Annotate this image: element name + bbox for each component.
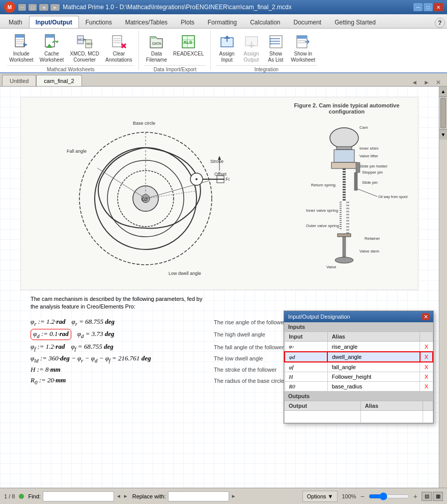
help-button[interactable]: ? [435,18,445,28]
minimize-button[interactable]: ─ [413,3,423,11]
io-delete-col-header [420,332,433,342]
tab-plots[interactable]: Plots [174,16,201,28]
include-worksheet-button[interactable]: IncludeWorksheet [7,33,36,64]
zoom-in-button[interactable]: + [413,492,417,500]
svg-rect-73 [334,150,354,162]
io-input-col-header: Input [285,332,327,342]
view-outline-button[interactable]: ▦ [433,492,443,501]
io-output-alias-col-header: Alias [360,401,423,411]
show-in-worksheet-button[interactable]: Show inWorksheet [289,33,318,64]
io-delete-H[interactable]: X [420,372,433,382]
tab-formatting[interactable]: Formatting [201,16,243,28]
assign-output-button[interactable]: AssignOutput [240,33,263,64]
svg-rect-81 [354,173,357,190]
ribbon-group-mathcad-worksheets-items: IncludeWorksheet CacheWorksheet MCDXMCD … [7,31,134,64]
replace-go-btn[interactable]: ► [231,493,236,499]
close-doc-tab[interactable]: ✕ [434,79,443,86]
scroll-tab-left[interactable]: ◄ [409,79,420,86]
xmcd-converter-label: XMCD, MCDConverter [70,51,99,63]
find-area: Find: ◄ ► [28,491,128,501]
tab-cam-final-2[interactable]: cam_final_2 [36,75,81,86]
svg-rect-1 [15,35,24,38]
data-filename-button[interactable]: DATA DataFilename [144,33,169,64]
scroll-up-arrow[interactable]: ▲ [439,87,447,97]
replace-input[interactable] [168,491,229,501]
io-input-row-phi-r[interactable]: φᵣ rise_angle X [285,342,433,352]
status-right: Options ▼ 100% − + ▤ ▦ [302,491,443,502]
doc-tab-close-area: ◄ ► ✕ [409,79,445,86]
description-text: The cam mechanism is described by the fo… [31,295,204,311]
cache-worksheet-label: CacheWorksheet [40,51,64,63]
io-delete-R0[interactable]: X [420,382,433,391]
next-btn-small[interactable]: ► [50,4,60,11]
readexcel-icon: XLS [180,34,197,50]
tab-calculation[interactable]: Calculation [243,16,287,28]
svg-line-52 [97,168,146,199]
readexcel-button[interactable]: XLS READEXCEL [171,33,206,58]
find-prev-btn[interactable]: ◄ [116,493,121,499]
tab-untitled[interactable]: Untitled [2,75,36,86]
io-inputs-table: Input Alias φᵣ rise_angle X φd [284,331,433,391]
prev-btn-small[interactable]: ◄ [39,4,48,11]
window-title: Mathcad Prime 1.0 - D:\Mathcad\Integrati… [63,4,292,11]
svg-text:Valve stem: Valve stem [359,249,379,254]
vertical-scrollbar[interactable]: ▲ ▼ [439,87,447,488]
scroll-thumb[interactable] [440,98,446,128]
tab-input-output[interactable]: Input/Output [29,16,79,28]
io-output-delete-col-header [423,401,433,411]
io-input-row-phi-d[interactable]: φd dwell_angle X [285,352,433,362]
close-button[interactable]: ✕ [434,3,443,11]
svg-rect-89 [343,237,346,260]
io-input-row-H[interactable]: H Follower_height X [285,372,433,382]
view-normal-button[interactable]: ▤ [422,492,432,501]
ribbon: IncludeWorksheet CacheWorksheet MCDXMCD … [0,29,447,73]
io-input-row-R0[interactable]: R0 base_radius X [285,382,433,391]
clear-annotations-button[interactable]: ClearAnnotations [103,33,134,64]
io-input-alias-phi-f: fall_angle [327,362,420,372]
svg-text:Fall angle: Fall angle [67,149,87,154]
xmcd-converter-button[interactable]: MCDXMCD XMCD, MCDConverter [68,33,101,64]
cache-worksheet-icon [43,34,60,50]
restore-btn-small[interactable]: ◻ [29,4,37,11]
tab-math[interactable]: Math [2,16,29,28]
show-as-list-icon [268,34,284,50]
minimize-btn-small[interactable]: ─ [18,4,26,11]
io-delete-phi-r[interactable]: X [420,342,433,352]
scroll-track[interactable] [439,98,447,128]
io-input-row-phi-f[interactable]: φf fall_angle X [285,362,433,372]
svg-text:Oil way from spool valve: Oil way from spool valve [378,195,408,199]
io-dialog-close-button[interactable]: ✕ [422,313,429,320]
ribbon-tabs: Math Input/Output Functions Matrices/Tab… [0,14,447,29]
cache-worksheet-button[interactable]: CacheWorksheet [38,33,66,64]
io-input-alias-phi-d: dwell_angle [327,352,420,362]
find-next-btn[interactable]: ► [123,493,128,499]
svg-rect-87 [338,234,351,237]
find-label: Find: [28,493,40,499]
svg-rect-75 [331,162,357,169]
options-button[interactable]: Options ▼ [302,491,338,502]
io-delete-phi-d[interactable]: X [420,352,433,362]
zoom-out-button[interactable]: − [360,492,365,500]
show-as-list-label: ShowAs List [268,51,284,63]
tab-getting-started[interactable]: Getting Started [328,16,382,28]
svg-text:XLS: XLS [183,40,192,45]
find-input[interactable] [43,491,114,501]
tab-document[interactable]: Document [287,16,328,28]
io-input-symbol-phi-d: φd [285,352,327,362]
worksheet[interactable]: ω [0,87,439,488]
diagram-area: ω [20,97,418,290]
assign-input-button[interactable]: AssignInput [216,33,238,64]
svg-text:Outer valve spring: Outer valve spring [306,223,339,228]
tab-matrices-tables[interactable]: Matrices/Tables [119,16,174,28]
scroll-down-arrow[interactable]: ▼ [439,129,447,139]
maximize-button[interactable]: □ [424,3,433,11]
ribbon-group-integration-items: AssignInput AssignOutput ShowAs List Sho… [216,31,318,64]
tab-functions[interactable]: Functions [79,16,119,28]
io-delete-phi-f[interactable]: X [420,362,433,372]
show-in-worksheet-label: Show inWorksheet [291,51,316,63]
scroll-tab-right[interactable]: ► [422,79,432,86]
io-inputs-header: Inputs [284,322,433,331]
show-as-list-button[interactable]: ShowAs List [265,33,287,64]
zoom-slider[interactable] [369,492,409,500]
cam-auto-diagram: Figure 2. Cam inside typical automotive … [275,97,418,290]
